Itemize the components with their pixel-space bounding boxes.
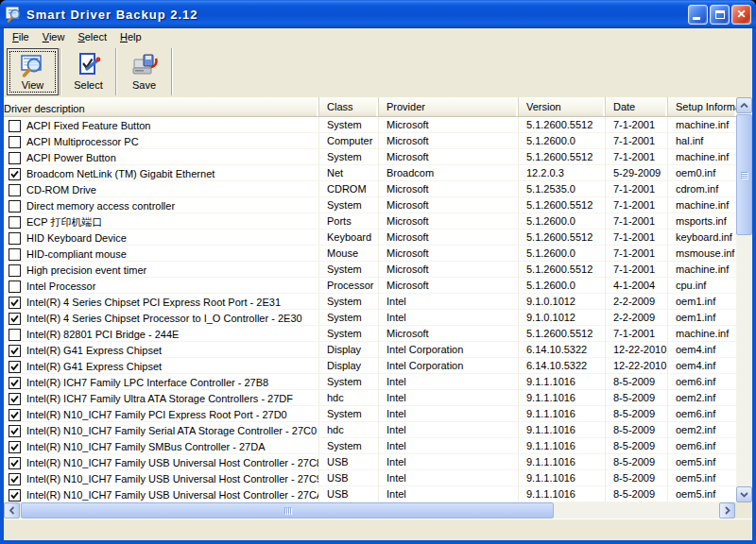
driver-description-cell: Intel(R) G41 Express Chipset bbox=[4, 342, 319, 358]
column-header-class[interactable]: Class bbox=[319, 97, 379, 116]
driver-description: Intel(R) N10_ICH7 Family SMBus Controlle… bbox=[26, 441, 265, 452]
table-row[interactable]: Intel(R) 4 Series Chipset PCI Express Ro… bbox=[4, 294, 736, 310]
menu-file[interactable]: File bbox=[6, 30, 36, 44]
table-row[interactable]: ECP 打印机端口PortsMicrosoft5.1.2600.07-1-200… bbox=[4, 213, 736, 230]
horizontal-scrollbar[interactable] bbox=[4, 502, 752, 518]
row-checkbox[interactable] bbox=[9, 457, 21, 469]
row-checkbox[interactable] bbox=[9, 248, 21, 261]
toolbar-button-save[interactable]: Save bbox=[118, 48, 170, 95]
class-cell: Display bbox=[319, 358, 379, 374]
table-row[interactable]: HID-compliant mouseMouseMicrosoft5.1.260… bbox=[4, 246, 736, 262]
row-checkbox[interactable] bbox=[9, 297, 21, 309]
driver-description-cell: Intel(R) N10_ICH7 Family SMBus Controlle… bbox=[4, 438, 319, 454]
menu-select[interactable]: Select bbox=[71, 30, 113, 44]
table-row[interactable]: Intel(R) G41 Express ChipsetDisplayIntel… bbox=[4, 342, 736, 358]
horizontal-scroll-thumb[interactable] bbox=[21, 502, 554, 518]
table-row[interactable]: Broadcom NetLink (TM) Gigabit EthernetNe… bbox=[4, 165, 736, 181]
table-row[interactable]: Intel(R) G41 Express ChipsetDisplayIntel… bbox=[4, 358, 736, 374]
check-icon bbox=[10, 427, 19, 435]
table-row[interactable]: Intel(R) N10_ICH7 Family SMBus Controlle… bbox=[4, 438, 736, 454]
row-checkbox[interactable] bbox=[9, 168, 21, 180]
row-checkbox[interactable] bbox=[9, 409, 21, 421]
scroll-up-button[interactable] bbox=[736, 97, 752, 113]
class-cell: System bbox=[319, 326, 379, 342]
inf-cell: msmouse.inf bbox=[668, 246, 736, 262]
table-row[interactable]: Intel(R) 4 Series Chipset Processor to I… bbox=[4, 310, 736, 326]
class-cell: System bbox=[319, 294, 379, 310]
row-checkbox[interactable] bbox=[9, 473, 21, 485]
row-checkbox[interactable] bbox=[9, 377, 21, 389]
date-cell: 7-1-2001 bbox=[606, 181, 668, 197]
table-row[interactable]: Intel(R) ICH7 Family Ultra ATA Storage C… bbox=[4, 390, 736, 406]
select-icon bbox=[76, 52, 102, 78]
table-row[interactable]: Intel ProcessorProcessorMicrosoft5.1.260… bbox=[4, 278, 736, 294]
row-checkbox[interactable] bbox=[9, 216, 21, 229]
table-row[interactable]: CD-ROM DriveCDROMMicrosoft5.1.2535.07-1-… bbox=[4, 181, 736, 197]
table-row[interactable]: Intel(R) N10_ICH7 Family USB Universal H… bbox=[4, 454, 736, 470]
driver-description: Intel(R) N10_ICH7 Family Serial ATA Stor… bbox=[26, 425, 317, 436]
table-row[interactable]: ACPI Multiprocessor PCComputerMicrosoft5… bbox=[4, 133, 736, 149]
maximize-icon bbox=[715, 10, 725, 19]
row-checkbox[interactable] bbox=[9, 425, 21, 437]
menu-view[interactable]: View bbox=[36, 30, 72, 44]
row-checkbox[interactable] bbox=[9, 200, 21, 212]
table-row[interactable]: HID Keyboard DeviceKeyboardMicrosoft5.1.… bbox=[4, 230, 736, 246]
row-checkbox[interactable] bbox=[9, 361, 21, 373]
horizontal-scroll-track[interactable] bbox=[20, 502, 719, 518]
row-checkbox[interactable] bbox=[9, 489, 21, 502]
maximize-button[interactable] bbox=[710, 5, 730, 25]
vertical-scroll-track[interactable] bbox=[736, 113, 752, 486]
row-checkbox[interactable] bbox=[9, 264, 21, 277]
column-header-description[interactable]: Driver description bbox=[4, 97, 319, 116]
row-checkbox[interactable] bbox=[9, 329, 21, 341]
table-row[interactable]: High precision event timerSystemMicrosof… bbox=[4, 262, 736, 278]
driver-description-cell: Intel(R) ICH7 Family Ultra ATA Storage C… bbox=[4, 390, 319, 406]
row-checkbox[interactable] bbox=[9, 393, 21, 405]
date-cell: 8-5-2009 bbox=[606, 390, 668, 406]
row-checkbox[interactable] bbox=[9, 152, 21, 164]
provider-cell: Microsoft bbox=[379, 326, 519, 342]
vertical-scrollbar[interactable] bbox=[736, 97, 752, 502]
table-row[interactable]: Intel(R) N10_ICH7 Family USB Universal H… bbox=[4, 470, 736, 486]
toolbar-button-view[interactable]: View bbox=[7, 48, 59, 95]
row-checkbox[interactable] bbox=[9, 313, 21, 325]
row-checkbox[interactable] bbox=[9, 120, 21, 132]
table-row[interactable]: Direct memory access controllerSystemMic… bbox=[4, 197, 736, 213]
driver-description-cell: Intel(R) 82801 PCI Bridge - 244E bbox=[4, 326, 319, 342]
driver-description-cell: Intel(R) G41 Express Chipset bbox=[4, 358, 319, 374]
table-row[interactable]: Intel(R) ICH7 Family LPC Interface Contr… bbox=[4, 374, 736, 390]
table-row[interactable]: Intel(R) N10_ICH7 Family USB Universal H… bbox=[4, 486, 736, 502]
table-row[interactable]: Intel(R) 82801 PCI Bridge - 244ESystemMi… bbox=[4, 326, 736, 342]
row-checkbox[interactable] bbox=[9, 345, 21, 357]
toolbar-button-select[interactable]: Select bbox=[62, 48, 114, 95]
row-checkbox[interactable] bbox=[9, 441, 21, 453]
menu-help[interactable]: Help bbox=[113, 30, 148, 44]
table-row[interactable]: Intel(R) N10_ICH7 Family Serial ATA Stor… bbox=[4, 422, 736, 438]
table-row[interactable]: Intel(R) N10_ICH7 Family PCI Express Roo… bbox=[4, 406, 736, 422]
row-checkbox[interactable] bbox=[9, 136, 21, 148]
column-header-version[interactable]: Version bbox=[519, 97, 606, 116]
table-row[interactable]: ACPI Fixed Feature ButtonSystemMicrosoft… bbox=[4, 117, 736, 133]
vertical-scroll-thumb[interactable] bbox=[736, 114, 752, 235]
date-cell: 8-5-2009 bbox=[606, 486, 668, 502]
provider-cell: Intel bbox=[379, 310, 519, 326]
scroll-down-button[interactable] bbox=[736, 486, 752, 502]
inf-cell: machine.inf bbox=[668, 197, 736, 213]
table-row[interactable]: ACPI Power ButtonSystemMicrosoft5.1.2600… bbox=[4, 149, 736, 165]
date-cell: 7-1-2001 bbox=[606, 213, 668, 230]
minimize-button[interactable] bbox=[688, 5, 708, 25]
scroll-right-button[interactable] bbox=[719, 502, 735, 518]
scroll-left-button[interactable] bbox=[4, 502, 20, 518]
column-header-inf[interactable]: Setup Informa bbox=[668, 97, 736, 116]
column-header-date[interactable]: Date bbox=[606, 97, 668, 116]
row-checkbox[interactable] bbox=[9, 184, 21, 196]
driver-description: Intel(R) N10_ICH7 Family USB Universal H… bbox=[26, 457, 319, 468]
driver-list: Driver descriptionClassProviderVersionDa… bbox=[4, 97, 752, 502]
close-button[interactable]: ✕ bbox=[731, 5, 751, 25]
date-cell: 7-1-2001 bbox=[606, 197, 668, 213]
class-cell: Mouse bbox=[319, 246, 379, 262]
row-checkbox[interactable] bbox=[9, 280, 21, 293]
driver-description-cell: ACPI Multiprocessor PC bbox=[4, 133, 319, 149]
column-header-provider[interactable]: Provider bbox=[379, 97, 519, 116]
row-checkbox[interactable] bbox=[9, 232, 21, 245]
